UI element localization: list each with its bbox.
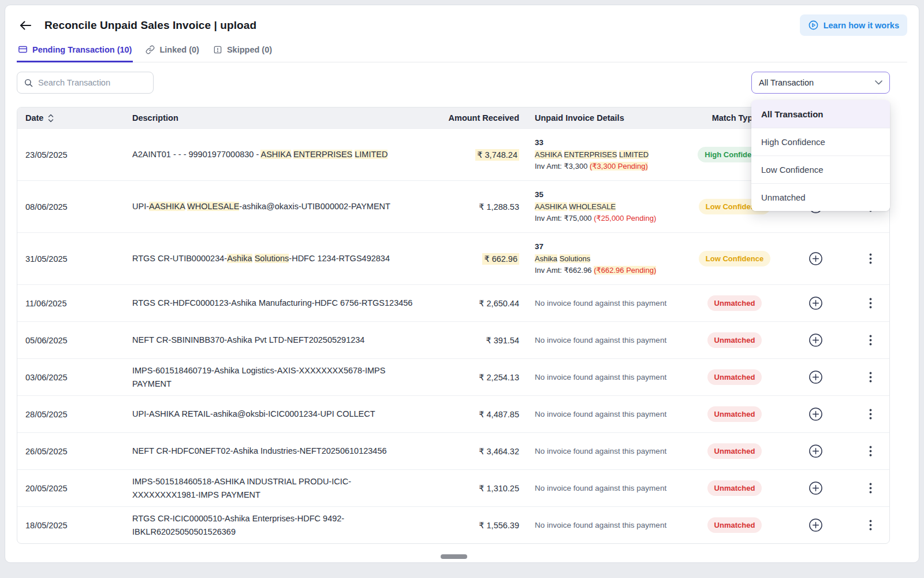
filter-option-low-confidence[interactable]: Low Confidence (751, 155, 890, 183)
arrow-left-icon (19, 20, 32, 31)
kebab-menu-icon (869, 372, 872, 383)
row-match-type: Unmatched (688, 480, 781, 496)
invoice-number: 37 (535, 240, 688, 253)
row-amount: ₹ 2,650.44 (423, 299, 519, 308)
table-row: 20/05/2025 IMPS-501518460518-ASHIKA INDU… (17, 469, 889, 506)
no-invoice-text: No invoice found against this payment (535, 334, 688, 347)
row-actions-menu-button[interactable] (867, 443, 874, 459)
invoice-amount-label: Inv Amt: ₹3,300 (535, 162, 590, 171)
row-date: 31/05/2025 (17, 254, 132, 264)
row-invoice-details: 35 AASHIKA WHOLESALE Inv Amt: ₹75,000 (₹… (519, 188, 688, 225)
invoice-amount-line: Inv Amt: ₹662.96 (₹662.96 Pending) (535, 265, 688, 277)
kebab-menu-icon (869, 483, 872, 494)
plus-circle-icon (808, 518, 823, 532)
plus-circle-icon (808, 251, 823, 266)
match-type-badge: Unmatched (707, 332, 762, 348)
row-date: 20/05/2025 (17, 484, 132, 493)
row-match-type: Unmatched (688, 295, 781, 311)
row-actions-menu-button[interactable] (867, 295, 874, 311)
row-actions-menu-button[interactable] (867, 517, 874, 533)
add-invoice-link-button[interactable] (806, 479, 825, 498)
invoice-amount-label: Inv Amt: ₹75,000 (535, 214, 594, 223)
page-title: Reconcile Unpaid Sales Invoice | upload (44, 19, 256, 32)
table-row: 18/05/2025 RTGS CR-ICIC0000510-Ashika En… (17, 506, 889, 543)
plus-circle-icon (808, 370, 823, 384)
add-invoice-link-button[interactable] (806, 405, 825, 424)
page-header: Reconcile Unpaid Sales Invoice | upload … (17, 5, 907, 36)
no-invoice-text: No invoice found against this payment (535, 408, 688, 421)
search-box (17, 72, 154, 94)
row-description: RTGS CR-ICIC0000510-Ashika Enterprises-H… (132, 512, 423, 538)
filter-option-high-confidence[interactable]: High Confidence (751, 128, 890, 155)
add-invoice-link-button[interactable] (806, 249, 825, 268)
row-actions-menu-button[interactable] (867, 251, 874, 266)
match-type-badge: Unmatched (707, 295, 762, 311)
row-amount-value: ₹ 2,650.44 (479, 299, 519, 308)
row-invoice-details: No invoice found against this payment (519, 445, 688, 458)
sort-date-button[interactable] (47, 114, 54, 123)
add-invoice-link-button[interactable] (806, 331, 825, 350)
filter-option-all-transaction[interactable]: All Transaction (751, 100, 890, 128)
selected-filter-value: All Transaction (759, 78, 814, 87)
row-invoice-details: No invoice found against this payment (519, 482, 688, 495)
row-amount-value: ₹ 662.96 (482, 253, 519, 265)
invoice-pending-amount: (₹3,300 Pending) (590, 162, 648, 171)
no-invoice-text: No invoice found against this payment (535, 371, 688, 384)
search-input[interactable] (38, 78, 146, 87)
learn-button-label: Learn how it works (824, 21, 899, 30)
row-match-type: Unmatched (688, 332, 781, 348)
row-amount: ₹ 2,254.13 (423, 373, 519, 382)
row-invoice-details: No invoice found against this payment (519, 334, 688, 347)
horizontal-scrollbar-thumb[interactable] (441, 554, 467, 559)
sort-icon (47, 114, 54, 123)
match-type-badge: Unmatched (707, 517, 762, 533)
tab-bar: Pending Transaction (10) Linked (0) Skip… (17, 45, 907, 62)
kebab-menu-icon (869, 446, 872, 457)
add-invoice-link-button[interactable] (806, 442, 825, 461)
invoice-number: 33 (535, 136, 688, 149)
tab-skipped[interactable]: Skipped (0) (212, 45, 273, 62)
row-description: NEFT CR-HDFC0NEFT02-Ashika Industries-NE… (132, 444, 423, 457)
table-row: 11/06/2025 RTGS CR-HDFC0000123-Ashika Ma… (17, 284, 889, 321)
transaction-filter-menu: All TransactionHigh ConfidenceLow Confid… (751, 100, 890, 211)
row-description: NEFT CR-SBININBB370-Ashika Pvt LTD-NEFT2… (132, 334, 423, 346)
add-invoice-link-button[interactable] (806, 516, 825, 535)
back-button[interactable] (17, 18, 34, 33)
row-date: 05/06/2025 (17, 336, 132, 345)
invoice-pending-amount: (₹662.96 Pending) (594, 266, 656, 275)
invoice-customer-name: AASHIKA WHOLESALE (535, 201, 688, 213)
transaction-filter-select[interactable]: All Transaction (751, 72, 890, 94)
invoice-number: 35 (535, 188, 688, 201)
match-type-badge: Low Confidence (699, 251, 770, 266)
invoice-customer-name: ASHIKA ENTERPRISES LIMITED (535, 149, 688, 161)
row-actions-menu-button[interactable] (867, 369, 874, 385)
row-amount-value: ₹ 1,310.25 (479, 484, 519, 493)
row-match-type: Low Confidence (688, 251, 781, 266)
filter-option-unmatched[interactable]: Unmatched (751, 183, 890, 211)
row-description: UPI-AASHIKA WHOLESALE-ashika@okaxis-UTIB… (132, 200, 423, 213)
plus-circle-icon (808, 333, 823, 347)
tab-linked[interactable]: Linked (0) (144, 45, 200, 62)
tab-label: Pending Transaction (10) (32, 45, 132, 54)
match-type-badge: Unmatched (707, 480, 762, 496)
row-actions-menu-button[interactable] (867, 406, 874, 422)
row-date: 08/06/2025 (17, 202, 132, 212)
table-row: 28/05/2025 UPI-ASHIKA RETAIL-ashika@oksb… (17, 395, 889, 432)
plus-circle-icon (808, 481, 823, 495)
row-description: RTGS CR-HDFC0000123-Ashika Manufacturing… (132, 297, 423, 309)
add-invoice-link-button[interactable] (806, 294, 825, 313)
kebab-menu-icon (869, 520, 872, 531)
search-icon (24, 78, 33, 88)
row-description: IMPS-601518460719-Ashika Logistics-AXIS-… (132, 364, 423, 390)
column-header-date: Date (25, 113, 43, 123)
tab-label: Skipped (0) (227, 45, 272, 54)
learn-how-it-works-button[interactable]: Learn how it works (800, 14, 907, 36)
add-invoice-link-button[interactable] (806, 368, 825, 387)
tab-pending-transaction[interactable]: Pending Transaction (10) (17, 45, 133, 62)
row-amount: ₹ 3,464.32 (423, 447, 519, 456)
kebab-menu-icon (869, 253, 872, 264)
row-actions-menu-button[interactable] (867, 480, 874, 496)
row-actions-menu-button[interactable] (867, 332, 874, 348)
main-panel: Reconcile Unpaid Sales Invoice | upload … (5, 5, 919, 563)
row-invoice-details: No invoice found against this payment (519, 408, 688, 421)
